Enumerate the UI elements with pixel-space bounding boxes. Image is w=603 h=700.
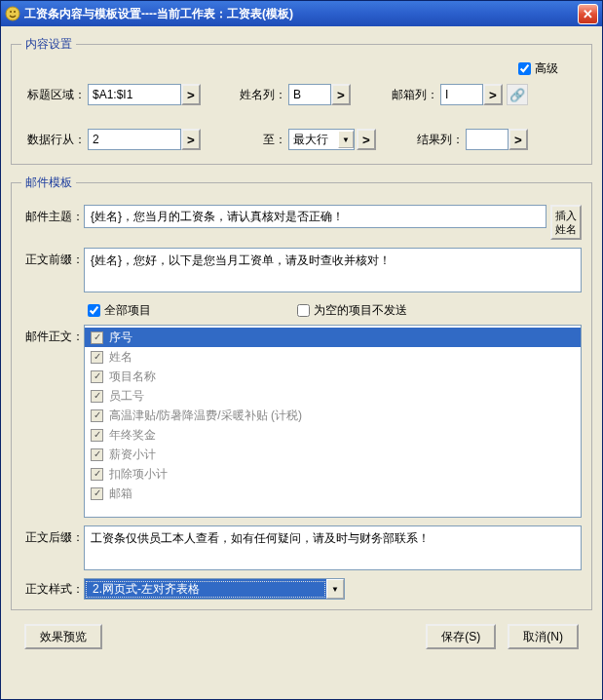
title-area-input[interactable] [88,84,181,105]
all-items-option[interactable]: 全部项目 [88,302,151,319]
list-item[interactable]: ✓年终奖金 [85,425,581,445]
check-icon: ✓ [91,448,103,461]
title-area-picker-button[interactable]: > [181,84,201,105]
advanced-checkbox[interactable] [518,62,531,75]
svg-point-0 [6,7,19,20]
prefix-textarea[interactable] [84,248,582,292]
skip-empty-checkbox[interactable] [297,304,310,317]
to-input[interactable] [289,131,338,148]
check-icon: ✓ [91,331,103,344]
email-col-label: 邮箱列： [358,87,438,103]
mail-template-group: 邮件模板 邮件主题： 插入姓名 正文前缀： 全部项目 为空的项目不发送 [11,175,592,610]
suffix-label: 正文后缀： [21,525,84,546]
svg-point-1 [10,11,12,13]
data-row-from-label: 数据行从： [21,132,86,148]
body-label: 邮件正文： [21,325,84,345]
suffix-textarea[interactable] [84,525,582,570]
to-combo[interactable]: ▼ [288,129,355,150]
list-item[interactable]: ✓姓名 [85,347,581,367]
data-row-from-input[interactable] [88,129,181,150]
chevron-down-icon[interactable]: ▼ [326,579,344,599]
list-item[interactable]: ✓员工号 [85,386,581,406]
style-combo[interactable]: 2.网页式-左对齐表格 ▼ [84,578,345,600]
list-item[interactable]: ✓高温津贴/防暑降温费/采暖补贴 (计税) [85,406,581,425]
check-icon: ✓ [91,487,103,500]
titlebar: 工资条内容与模板设置----当前工作表：工资表(模板) ✕ [1,1,602,26]
name-col-label: 姓名列： [208,87,286,103]
close-button[interactable]: ✕ [578,4,598,24]
to-picker-button[interactable]: > [357,129,376,150]
link-icon[interactable]: 🔗 [507,84,528,105]
app-icon [5,6,20,21]
check-icon: ✓ [91,390,103,403]
data-row-from-picker-button[interactable]: > [181,129,201,150]
skip-empty-option[interactable]: 为空的项目不发送 [297,302,407,319]
body-items-listbox[interactable]: ✓序号 ✓姓名 ✓项目名称 ✓员工号 ✓高温津贴/防暑降温费/采暖补贴 (计税)… [84,325,582,518]
to-dropdown-button[interactable]: ▼ [338,131,354,148]
mail-template-legend: 邮件模板 [21,175,76,191]
button-bar: 效果预览 保存(S) 取消(N) [11,620,592,649]
name-col-picker-button[interactable]: > [331,84,351,105]
name-col-input[interactable] [288,84,331,105]
advanced-checkbox-row: 高级 [514,60,562,77]
style-label: 正文样式： [21,581,84,598]
content-settings-legend: 内容设置 [21,36,76,53]
save-button[interactable]: 保存(S) [426,624,496,649]
email-col-input[interactable] [440,84,483,105]
list-item[interactable]: ✓薪资小计 [85,445,581,464]
check-icon: ✓ [91,351,103,364]
list-item[interactable]: ✓扣除项小计 [85,464,581,484]
result-col-label: 结果列： [384,132,464,148]
content-settings-group: 内容设置 高级 标题区域： > 姓名列： > 邮箱列： > 🔗 数据行从： [11,36,592,165]
svg-point-2 [14,11,16,13]
list-item[interactable]: ✓邮箱 [85,484,581,503]
advanced-label: 高级 [535,60,558,77]
client-area: 内容设置 高级 标题区域： > 姓名列： > 邮箱列： > 🔗 数据行从： [1,26,602,699]
email-col-picker-button[interactable]: > [483,84,503,105]
all-items-checkbox[interactable] [88,304,100,317]
check-icon: ✓ [91,409,103,422]
cancel-button[interactable]: 取消(N) [508,624,579,649]
result-col-picker-button[interactable]: > [509,129,528,150]
dialog-window: 工资条内容与模板设置----当前工作表：工资表(模板) ✕ 内容设置 高级 标题… [0,0,603,700]
window-title: 工资条内容与模板设置----当前工作表：工资表(模板) [24,6,578,22]
check-icon: ✓ [91,468,103,481]
insert-name-button[interactable]: 插入姓名 [550,205,582,240]
prefix-label: 正文前缀： [21,248,84,268]
style-value: 2.网页式-左对齐表格 [86,581,325,598]
check-icon: ✓ [91,370,103,383]
to-label: 至： [208,132,286,148]
title-area-label: 标题区域： [21,87,86,103]
list-item[interactable]: ✓序号 [85,328,581,347]
result-col-input[interactable] [466,129,509,150]
list-item[interactable]: ✓项目名称 [85,367,581,386]
subject-input[interactable] [84,205,546,228]
check-icon: ✓ [91,429,103,442]
subject-label: 邮件主题： [21,205,84,225]
preview-button[interactable]: 效果预览 [24,624,102,649]
